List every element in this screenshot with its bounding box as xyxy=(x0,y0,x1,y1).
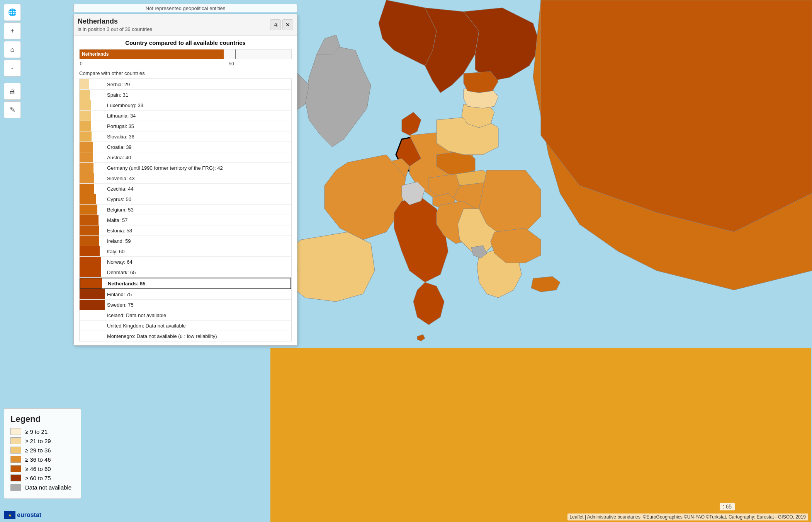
country-bar-cell xyxy=(80,267,105,277)
country-bar xyxy=(80,246,100,256)
legend-color-swatch xyxy=(10,447,21,454)
country-bar xyxy=(80,205,97,215)
popup-close-button[interactable]: ✕ xyxy=(282,19,293,30)
country-bar xyxy=(80,300,105,310)
country-name-cell: Austria: 40 xyxy=(105,154,291,162)
bottom-value: : 65 xyxy=(720,503,735,510)
country-row[interactable]: Slovakia: 36 xyxy=(80,131,291,142)
country-name-cell: Denmark: 65 xyxy=(105,268,291,276)
popup-print-button[interactable]: 🖨 xyxy=(270,19,281,30)
country-bar-cell xyxy=(80,331,105,341)
country-row[interactable]: Belgium: 53 xyxy=(80,205,291,215)
legend-item: ≥ 36 to 46 xyxy=(10,456,75,463)
legend-color-swatch xyxy=(10,474,21,481)
legend-color-swatch xyxy=(10,484,21,491)
attribution: Leaflet | Administrative boundaries: ©Eu… xyxy=(567,513,808,520)
country-bar-cell xyxy=(80,184,105,194)
popup-subtitle: is in position 3 out of 36 countries xyxy=(78,26,152,32)
zoom-out-button[interactable]: - xyxy=(4,60,21,77)
country-bar xyxy=(80,257,101,267)
country-row[interactable]: Italy: 60 xyxy=(80,246,291,257)
country-name-cell: Spain: 31 xyxy=(105,91,291,99)
country-bar-cell xyxy=(80,321,105,331)
euro-flag: ★ xyxy=(4,511,15,519)
country-bar-cell xyxy=(80,194,105,204)
country-name-cell: Netherlands: 65 xyxy=(105,280,290,288)
pencil-button[interactable]: ✎ xyxy=(4,101,21,118)
country-row[interactable]: Czechia: 44 xyxy=(80,184,291,194)
country-bar-cell xyxy=(80,100,105,110)
legend-item-label: ≥ 60 to 75 xyxy=(25,475,51,481)
country-row[interactable]: Lithuania: 34 xyxy=(80,111,291,121)
country-row[interactable]: Slovenia: 43 xyxy=(80,173,291,184)
country-bar-cell xyxy=(80,236,105,246)
legend-title: Legend xyxy=(10,414,75,424)
print-button[interactable]: 🖨 xyxy=(4,83,21,100)
country-name-cell: Czechia: 44 xyxy=(105,185,291,193)
country-bar xyxy=(80,236,99,246)
country-row[interactable]: Germany (until 1990 former territory of … xyxy=(80,163,291,173)
country-row[interactable]: Sweden: 75 xyxy=(80,300,291,310)
country-row[interactable]: Serbia: 29 xyxy=(80,79,291,90)
legend-item: ≥ 46 to 60 xyxy=(10,465,75,472)
country-row[interactable]: Iceland: Data not available xyxy=(80,310,291,321)
country-row[interactable]: Cyprus: 50 xyxy=(80,194,291,205)
country-row[interactable]: Netherlands: 65 xyxy=(80,278,291,289)
country-bar-cell xyxy=(80,90,105,100)
country-name-cell: Cyprus: 50 xyxy=(105,195,291,203)
zoom-in-button[interactable]: + xyxy=(4,22,21,39)
country-bar-cell xyxy=(80,173,105,183)
legend-item: Data not available xyxy=(10,484,75,491)
country-row[interactable]: Austria: 40 xyxy=(80,152,291,163)
axis-label-50: 50 xyxy=(229,61,234,67)
country-bar-cell xyxy=(80,215,105,225)
country-name-cell: Luxembourg: 33 xyxy=(105,101,291,109)
globe-button[interactable]: 🌐 xyxy=(4,4,21,21)
country-row[interactable]: Luxembourg: 33 xyxy=(80,100,291,111)
axis-label-0: 0 xyxy=(80,61,83,67)
country-row[interactable]: Croatia: 39 xyxy=(80,142,291,152)
attribution-text: Leaflet | Administrative boundaries: ©Eu… xyxy=(570,514,806,520)
country-name-cell: Sweden: 75 xyxy=(105,301,291,309)
not-represented-heading: Not represented geopolitical entities xyxy=(73,4,297,12)
country-name-cell: Germany (until 1990 former territory of … xyxy=(105,164,291,172)
country-row[interactable]: Spain: 31 xyxy=(80,90,291,100)
country-bar xyxy=(80,163,93,173)
country-bar-cell xyxy=(80,278,105,288)
popup-header: Netherlands is in position 3 out of 36 c… xyxy=(74,14,297,36)
country-row[interactable]: Ireland: 59 xyxy=(80,236,291,246)
legend-item-label: ≥ 21 to 29 xyxy=(25,438,51,444)
country-bar-cell xyxy=(80,257,105,267)
country-row[interactable]: Finland: 75 xyxy=(80,289,291,300)
legend-item-label: ≥ 29 to 36 xyxy=(25,447,51,454)
country-bar xyxy=(80,90,90,100)
legend-item-label: ≥ 9 to 21 xyxy=(25,428,48,435)
country-row[interactable]: Malta: 57 xyxy=(80,215,291,225)
chart-title: Country compared to all available countr… xyxy=(79,39,292,46)
country-row[interactable]: United Kingdom: Data not available xyxy=(80,321,291,331)
eurostat-text: eurostat xyxy=(17,512,41,519)
country-name-cell: Croatia: 39 xyxy=(105,143,291,151)
country-name-cell: Finland: 75 xyxy=(105,290,291,299)
country-bar-cell xyxy=(80,152,105,162)
country-bar xyxy=(80,79,89,89)
country-bar-cell xyxy=(80,246,105,256)
legend: Legend ≥ 9 to 21 ≥ 21 to 29 ≥ 29 to 36 ≥… xyxy=(4,408,81,499)
country-row[interactable]: Denmark: 65 xyxy=(80,267,291,278)
country-list[interactable]: Latvia: 29Poland: 29Serbia: 29Spain: 31L… xyxy=(79,78,292,341)
country-row[interactable]: Estonia: 58 xyxy=(80,225,291,236)
country-bar xyxy=(80,289,105,299)
country-row[interactable]: Montenegro: Data not available (u : low … xyxy=(80,331,291,341)
home-button[interactable]: ⌂ xyxy=(4,41,21,58)
country-name-cell: Iceland: Data not available xyxy=(105,311,291,319)
country-bar-cell xyxy=(80,300,105,310)
country-bar-cell xyxy=(80,205,105,215)
country-row[interactable]: Portugal: 35 xyxy=(80,121,291,131)
country-name-cell: Slovenia: 43 xyxy=(105,174,291,183)
legend-item: ≥ 21 to 29 xyxy=(10,437,75,444)
country-name-cell: Montenegro: Data not available (u : low … xyxy=(105,332,291,340)
country-bar-cell xyxy=(80,131,105,142)
country-row[interactable]: Norway: 64 xyxy=(80,257,291,267)
popup-title-area: Netherlands is in position 3 out of 36 c… xyxy=(78,17,152,32)
country-bar xyxy=(80,173,94,183)
